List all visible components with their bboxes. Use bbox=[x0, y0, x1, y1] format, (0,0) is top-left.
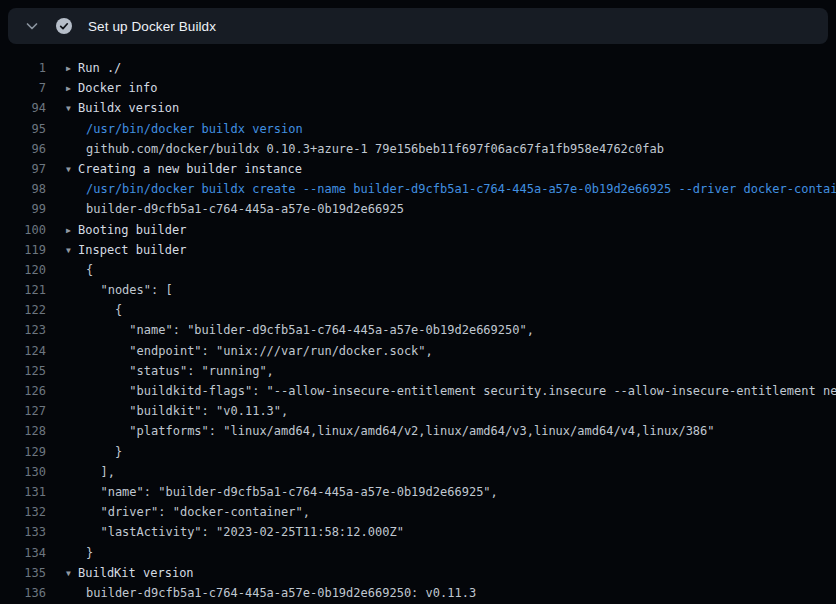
log-group-row[interactable]: 97▼Creating a new builder instance bbox=[0, 159, 836, 179]
line-body: ], bbox=[66, 462, 115, 482]
log-line-row: 122 { bbox=[0, 300, 836, 320]
line-number[interactable]: 127 bbox=[0, 401, 46, 421]
line-number[interactable]: 7 bbox=[0, 78, 46, 98]
line-body: "platforms": "linux/amd64,linux/amd64/v2… bbox=[66, 421, 715, 441]
log-line-row: 123 "name": "builder-d9cfb5a1-c764-445a-… bbox=[0, 320, 836, 340]
log-line-row: 124 "endpoint": "unix:///var/run/docker.… bbox=[0, 341, 836, 361]
log-line-row: 128 "platforms": "linux/amd64,linux/amd6… bbox=[0, 421, 836, 441]
line-number[interactable]: 136 bbox=[0, 583, 46, 603]
group-expanded-icon[interactable]: ▼ bbox=[66, 241, 78, 260]
line-number[interactable]: 97 bbox=[0, 159, 46, 179]
line-text: github.com/docker/buildx 0.10.3+azure-1 … bbox=[66, 142, 664, 156]
line-number[interactable]: 124 bbox=[0, 341, 46, 361]
line-text: Buildx version bbox=[78, 101, 179, 115]
line-number[interactable]: 95 bbox=[0, 119, 46, 139]
line-body[interactable]: ▼BuildKit version bbox=[66, 563, 194, 583]
line-number[interactable]: 100 bbox=[0, 220, 46, 240]
step-header-wrap: Set up Docker Buildx bbox=[0, 0, 836, 44]
line-body: "buildkitd-flags": "--allow-insecure-ent… bbox=[66, 381, 836, 401]
line-number[interactable]: 126 bbox=[0, 381, 46, 401]
line-body[interactable]: ▶Run ./ bbox=[66, 58, 121, 78]
line-text: "nodes": [ bbox=[66, 283, 173, 297]
line-number[interactable]: 98 bbox=[0, 179, 46, 199]
line-body[interactable]: ▶Booting builder bbox=[66, 220, 186, 240]
line-body: "buildkit": "v0.11.3", bbox=[66, 401, 288, 421]
log-line-row: 125 "status": "running", bbox=[0, 361, 836, 381]
group-collapsed-icon[interactable]: ▶ bbox=[66, 221, 78, 240]
log-line-row: 131 "name": "builder-d9cfb5a1-c764-445a-… bbox=[0, 482, 836, 502]
log-line-row: 98/usr/bin/docker buildx create --name b… bbox=[0, 179, 836, 199]
line-number[interactable]: 133 bbox=[0, 522, 46, 542]
line-number[interactable]: 125 bbox=[0, 361, 46, 381]
line-text: "status": "running", bbox=[66, 364, 274, 378]
line-text: Inspect builder bbox=[78, 243, 186, 257]
log-group-row[interactable]: 119▼Inspect builder bbox=[0, 240, 836, 260]
line-body: "nodes": [ bbox=[66, 280, 173, 300]
line-number[interactable]: 131 bbox=[0, 482, 46, 502]
line-text: "lastActivity": "2023-02-25T11:58:12.000… bbox=[66, 525, 404, 539]
line-text: { bbox=[66, 303, 122, 317]
log-group-row[interactable]: 1▶Run ./ bbox=[0, 58, 836, 78]
line-text: { bbox=[66, 263, 93, 277]
line-body: /usr/bin/docker buildx version bbox=[66, 119, 303, 139]
line-number[interactable]: 130 bbox=[0, 462, 46, 482]
line-body: "name": "builder-d9cfb5a1-c764-445a-a57e… bbox=[66, 320, 534, 340]
line-text: Run ./ bbox=[78, 61, 121, 75]
group-collapsed-icon[interactable]: ▶ bbox=[66, 79, 78, 98]
line-text: BuildKit version bbox=[78, 566, 194, 580]
line-number[interactable]: 1 bbox=[0, 58, 46, 78]
line-number[interactable]: 123 bbox=[0, 320, 46, 340]
log-lines: 1▶Run ./7▶Docker info94▼Buildx version95… bbox=[0, 58, 836, 603]
line-body: builder-d9cfb5a1-c764-445a-a57e-0b19d2e6… bbox=[66, 199, 404, 219]
line-text: Docker info bbox=[78, 81, 157, 95]
line-text: "buildkit": "v0.11.3", bbox=[66, 404, 288, 418]
line-text: } bbox=[66, 546, 93, 560]
line-body: "lastActivity": "2023-02-25T11:58:12.000… bbox=[66, 522, 404, 542]
line-number[interactable]: 99 bbox=[0, 199, 46, 219]
line-text: builder-d9cfb5a1-c764-445a-a57e-0b19d2e6… bbox=[66, 586, 476, 600]
log-group-row[interactable]: 100▶Booting builder bbox=[0, 220, 836, 240]
log-line-row: 130 ], bbox=[0, 462, 836, 482]
line-number[interactable]: 121 bbox=[0, 280, 46, 300]
line-body[interactable]: ▶Docker info bbox=[66, 78, 157, 98]
chevron-down-icon[interactable] bbox=[24, 18, 40, 34]
line-number[interactable]: 120 bbox=[0, 260, 46, 280]
line-number[interactable]: 128 bbox=[0, 421, 46, 441]
log-line-row: 126 "buildkitd-flags": "--allow-insecure… bbox=[0, 381, 836, 401]
line-number[interactable]: 129 bbox=[0, 442, 46, 462]
line-body: { bbox=[66, 260, 93, 280]
group-expanded-icon[interactable]: ▼ bbox=[66, 564, 78, 583]
log-line-row: 127 "buildkit": "v0.11.3", bbox=[0, 401, 836, 421]
check-circle-icon bbox=[56, 18, 72, 34]
log-line-row: 133 "lastActivity": "2023-02-25T11:58:12… bbox=[0, 522, 836, 542]
log-group-row[interactable]: 135▼BuildKit version bbox=[0, 563, 836, 583]
line-body: "name": "builder-d9cfb5a1-c764-445a-a57e… bbox=[66, 482, 498, 502]
line-text: } bbox=[66, 445, 122, 459]
log-line-row: 96github.com/docker/buildx 0.10.3+azure-… bbox=[0, 139, 836, 159]
line-number[interactable]: 96 bbox=[0, 139, 46, 159]
line-body: } bbox=[66, 442, 122, 462]
line-number[interactable]: 119 bbox=[0, 240, 46, 260]
log-group-row[interactable]: 94▼Buildx version bbox=[0, 98, 836, 118]
line-text: "platforms": "linux/amd64,linux/amd64/v2… bbox=[66, 424, 715, 438]
line-number[interactable]: 94 bbox=[0, 98, 46, 118]
log-group-row[interactable]: 7▶Docker info bbox=[0, 78, 836, 98]
log-line-row: 99builder-d9cfb5a1-c764-445a-a57e-0b19d2… bbox=[0, 199, 836, 219]
line-body[interactable]: ▼Creating a new builder instance bbox=[66, 159, 302, 179]
line-text: Booting builder bbox=[78, 223, 186, 237]
line-number[interactable]: 132 bbox=[0, 502, 46, 522]
line-body: builder-d9cfb5a1-c764-445a-a57e-0b19d2e6… bbox=[66, 583, 476, 603]
line-number[interactable]: 135 bbox=[0, 563, 46, 583]
group-expanded-icon[interactable]: ▼ bbox=[66, 160, 78, 179]
line-body[interactable]: ▼Buildx version bbox=[66, 98, 179, 118]
line-number[interactable]: 122 bbox=[0, 300, 46, 320]
line-body[interactable]: ▼Inspect builder bbox=[66, 240, 186, 260]
group-collapsed-icon[interactable]: ▶ bbox=[66, 59, 78, 78]
line-text: /usr/bin/docker buildx version bbox=[66, 122, 303, 136]
group-expanded-icon[interactable]: ▼ bbox=[66, 99, 78, 118]
line-number[interactable]: 134 bbox=[0, 543, 46, 563]
step-header-row[interactable]: Set up Docker Buildx bbox=[8, 8, 828, 44]
log-line-row: 134} bbox=[0, 543, 836, 563]
log-line-row: 129 } bbox=[0, 442, 836, 462]
line-body: "driver": "docker-container", bbox=[66, 502, 310, 522]
